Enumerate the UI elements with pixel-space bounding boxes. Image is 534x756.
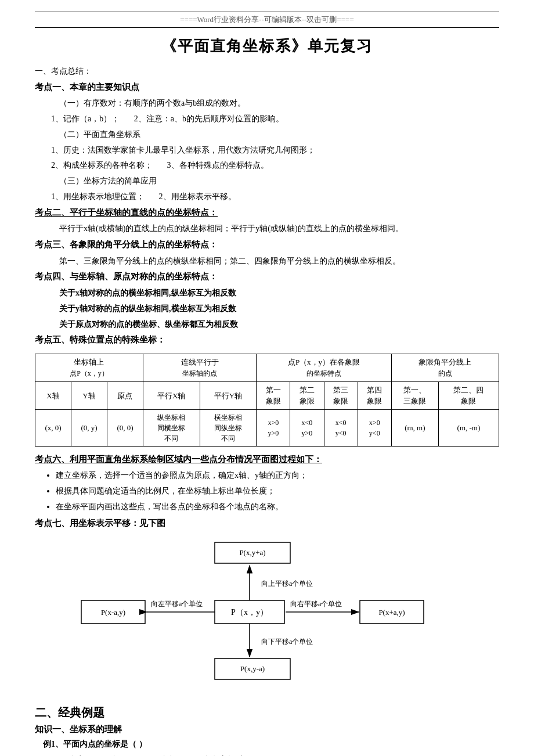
kaodian1-title: 考点一、本章的主要知识点 [35, 80, 499, 95]
svg-text:P(x,y-a): P(x,y-a) [240, 664, 265, 673]
th-xaxis: X轴 [35, 381, 71, 409]
translation-diagram: P（x，y） P(x,y+a) P(x,y-a) P(x-a,y) P(x+a,… [35, 537, 499, 699]
k6-bullet3: 在坐标平面内画出这些点，写出各点的坐标和各个地点的名称。 [56, 500, 499, 514]
th-yaxis: Y轴 [71, 381, 107, 409]
td-q1-cond: x>0y>0 [257, 409, 290, 446]
svg-text:向左平移a个单位: 向左平移a个单位 [151, 600, 203, 608]
k1-p2b: 2、注意：a、b的先后顺序对位置的影响。 [134, 114, 284, 123]
kaodian6-text: 考点六、利用平面直角坐标系绘制区域内一些点分布情况平面图过程如下： [35, 455, 322, 464]
th-q1: 第一象限 [257, 381, 290, 409]
td-samey: 纵坐标相同横坐标不同 [143, 409, 200, 446]
main-title: 《平面直角坐标系》单元复习 [35, 36, 499, 56]
table-h4: 象限角平分线上的点 [391, 354, 499, 381]
k1-p5a: 2、构成坐标系的各种名称； [51, 161, 153, 170]
example1: 例1、平面内点的坐标是（ ） [35, 737, 499, 751]
td-q2-cond: x<0y>0 [290, 409, 324, 446]
kaodian6-title: 考点六、利用平面直角坐标系绘制区域内一些点分布情况平面图过程如下： [35, 452, 499, 467]
th-ang13: 第一、三象限 [391, 381, 438, 409]
kaodian2-text: 考点二、平行于坐标轴的直线的点的坐标特点： [35, 208, 218, 217]
td-ang24-val: (m, -m) [438, 409, 499, 446]
k4-p2: 关于y轴对称的点的纵坐标相同,横坐标互为相反数 [35, 302, 499, 316]
k1-p7: 1、用坐标表示地理位置； 2、用坐标表示平移。 [35, 190, 499, 204]
k4-p1: 关于x轴对称的点的横坐标相同,纵坐标互为相反数 [35, 286, 499, 300]
th-ang24: 第二、四象限 [438, 381, 499, 409]
k6-bullet1: 建立坐标系，选择一个适当的参照点为原点，确定x轴、y轴的正方向； [56, 469, 499, 483]
coord-table: 坐标轴上点P（x，y） 连线平行于坐标轴的点 点P（x，y）在各象限的坐标特点 … [35, 354, 499, 447]
k1-p1: （一）有序数对：有顺序的两个数a与b组成的数对。 [35, 96, 499, 110]
th-q4: 第四象限 [358, 381, 391, 409]
zhishi1-title: 知识一、坐标系的理解 [35, 724, 499, 735]
section2-label: 二、经典例题 [35, 705, 499, 721]
k1-p2: 1、记作（a，b）； 2、注意：a、b的先后顺序对位置的影响。 [35, 112, 499, 126]
th-origin: 原点 [107, 381, 143, 409]
kaodian2-title: 考点二、平行于坐标轴的直线的点的坐标特点： [35, 206, 499, 221]
th-q3: 第三象限 [324, 381, 358, 409]
svg-text:P(x,y+a): P(x,y+a) [239, 548, 265, 557]
top-banner: ====Word行业资料分享--可编辑版本--双击可删==== [35, 12, 499, 28]
translation-svg: P（x，y） P(x,y+a) P(x,y-a) P(x-a,y) P(x+a,… [35, 537, 499, 693]
k1-p7a: 1、用坐标表示地理位置； [51, 192, 145, 201]
k1-p6: （三）坐标方法的简单应用 [35, 174, 499, 188]
td-00: (0, 0) [107, 409, 143, 446]
svg-text:向下平移a个单位: 向下平移a个单位 [261, 638, 313, 646]
td-samex: 横坐标相同纵坐标不同 [200, 409, 257, 446]
td-x0: (x, 0) [35, 409, 71, 446]
svg-text:P(x-a,y): P(x-a,y) [101, 608, 125, 617]
kaodian7-title: 考点七、用坐标表示平移：见下图 [35, 516, 499, 531]
kaodian4-title: 考点四、与坐标轴、原点对称的点的坐标特点： [35, 269, 499, 285]
k1-p2a: 1、记作（a，b）； [51, 114, 120, 123]
th-q2: 第二象限 [290, 381, 324, 409]
svg-text:P(x+a,y): P(x+a,y) [378, 608, 405, 617]
svg-text:向右平移a个单位: 向右平移a个单位 [290, 600, 342, 608]
th-parx: 平行X轴 [143, 381, 200, 409]
th-pary: 平行Y轴 [200, 381, 257, 409]
table-h3: 点P（x，y）在各象限的坐标特点 [257, 354, 392, 381]
k6-bullets: 建立坐标系，选择一个适当的参照点为原点，确定x轴、y轴的正方向； 根据具体问题确… [35, 469, 499, 513]
svg-text:向上平移a个单位: 向上平移a个单位 [261, 579, 313, 588]
td-ang13-val: (m, m) [391, 409, 438, 446]
td-q3-cond: x<0y<0 [324, 409, 358, 446]
banner-text: ====Word行业资料分享--可编辑版本--双击可删==== [180, 15, 354, 24]
table-h1: 坐标轴上点P（x，y） [35, 354, 143, 381]
svg-text:P（x，y）: P（x，y） [231, 608, 268, 617]
k2-text: 平行于x轴(或横轴)的直线上的点的纵坐标相同；平行于y轴(或纵轴)的直线上的点的… [35, 222, 499, 236]
table-h2: 连线平行于坐标轴的点 [143, 354, 256, 381]
k1-p3: （二）平面直角坐标系 [35, 128, 499, 142]
k3-text: 第一、三象限角平分线上的点的横纵坐标相同；第二、四象限角平分线上的点的横纵坐标相… [35, 254, 499, 268]
k1-p5b: 3、各种特殊点的坐标特点。 [167, 161, 269, 170]
section1-label: 一、考点总结： [35, 64, 499, 78]
td-0y: (0, y) [71, 409, 107, 446]
k6-bullet2: 根据具体问题确定适当的比例尺，在坐标轴上标出单位长度； [56, 484, 499, 498]
example1-opts: A 一个点 B 一个图形 C 一个数 D 一个有序数对 [35, 753, 499, 756]
k4-p3: 关于原点对称的点的横坐标、纵坐标都互为相反数 [35, 318, 499, 332]
td-q4-cond: x>0y<0 [358, 409, 391, 446]
kaodian3-title: 考点三、各象限的角平分线上的点的坐标特点： [35, 237, 499, 253]
k1-p4: 1、历史：法国数学家笛卡儿最早引入坐标系，用代数方法研究几何图形； [35, 143, 499, 157]
k1-p7b: 2、用坐标表示平移。 [159, 192, 236, 201]
page: ====Word行业资料分享--可编辑版本--双击可删==== 《平面直角坐标系… [0, 0, 534, 756]
k1-p5: 2、构成坐标系的各种名称； 3、各种特殊点的坐标特点。 [35, 159, 499, 172]
kaodian5-title: 考点五、特殊位置点的特殊坐标： [35, 333, 499, 348]
